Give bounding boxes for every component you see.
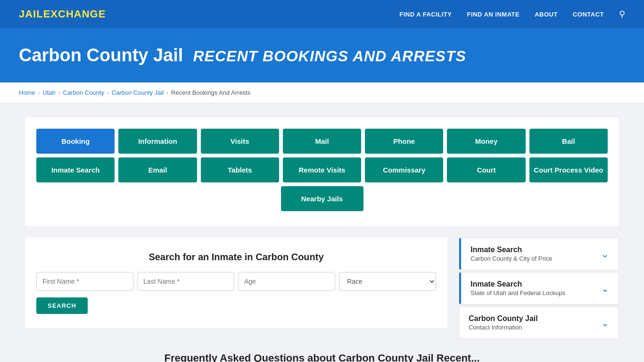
breadcrumb-utah[interactable]: Utah (42, 89, 55, 96)
btn-bail[interactable]: Bail (529, 129, 608, 154)
last-name-input[interactable] (137, 272, 234, 291)
breadcrumb-sep-3: › (107, 90, 109, 96)
race-select[interactable]: Race White Black Hispanic Asian Native A… (339, 272, 436, 291)
hero-section: Carbon County Jail RECENT BOOKINGS AND A… (0, 28, 644, 82)
age-input[interactable] (238, 272, 335, 291)
nav-find-inmate[interactable]: FIND AN INMATE (467, 11, 520, 18)
hero-title-bold: Carbon County Jail (19, 45, 183, 65)
sidebar-item-text-contact: Carbon County Jail Contact Information (469, 314, 538, 331)
first-name-input[interactable] (36, 272, 133, 291)
nav-links: FIND A FACILITY FIND AN INMATE ABOUT CON… (399, 9, 625, 19)
btn-remote-visits[interactable]: Remote Visits (283, 157, 361, 182)
logo-jail: JAIL (19, 8, 43, 20)
breadcrumb-carbon-county[interactable]: Carbon County (63, 89, 104, 96)
nav-about[interactable]: ABOUT (535, 11, 558, 18)
btn-commissary[interactable]: Commissary (365, 157, 443, 182)
btn-money[interactable]: Money (447, 129, 525, 154)
btn-row-1: Booking Information Visits Mail Phone Mo… (36, 129, 608, 154)
nav-find-facility[interactable]: FIND A FACILITY (399, 11, 452, 18)
sidebar-item-header-inmate-utah[interactable]: Inmate Search State of Utah and Federal … (459, 272, 619, 304)
hero-title: Carbon County Jail RECENT BOOKINGS AND A… (19, 45, 625, 66)
content-area: Search for an Inmate in Carbon County Ra… (25, 238, 619, 341)
btn-row-3: Nearby Jails (36, 186, 608, 211)
sidebar-item-subtitle-contact: Contact Information (469, 324, 538, 331)
sidebar-item-title-inmate-utah: Inmate Search (471, 280, 565, 288)
navbar: JAILEXCHANGE FIND A FACILITY FIND AN INM… (0, 0, 644, 28)
breadcrumb: Home › Utah › Carbon County › Carbon Cou… (0, 82, 644, 103)
search-title: Search for an Inmate in Carbon County (36, 252, 436, 263)
btn-email[interactable]: Email (118, 157, 197, 182)
btn-court[interactable]: Court (447, 157, 525, 182)
chevron-down-icon-3: ⌄ (601, 317, 609, 329)
btn-visits[interactable]: Visits (201, 129, 279, 154)
sidebar-item-subtitle-inmate-utah: State of Utah and Federal Lockups (471, 289, 565, 296)
site-logo[interactable]: JAILEXCHANGE (19, 8, 106, 20)
bottom-section: Frequently Asked Questions about Carbon … (25, 352, 619, 362)
sidebar: Inmate Search Carbon County & City of Pr… (459, 238, 619, 341)
btn-tablets[interactable]: Tablets (201, 157, 279, 182)
search-box: Search for an Inmate in Carbon County Ra… (25, 238, 447, 328)
btn-row-2: Inmate Search Email Tablets Remote Visit… (36, 157, 608, 182)
sidebar-item-header-contact[interactable]: Carbon County Jail Contact Information ⌄ (459, 307, 619, 338)
sidebar-item-text-inmate-utah: Inmate Search State of Utah and Federal … (471, 280, 565, 296)
chevron-down-icon-2: ⌄ (601, 283, 609, 294)
sidebar-item-title-contact: Carbon County Jail (469, 314, 538, 323)
btn-booking[interactable]: Booking (36, 129, 115, 154)
sidebar-item-subtitle-inmate-carbon: Carbon County & City of Price (471, 255, 552, 262)
sidebar-item-title-inmate-carbon: Inmate Search (471, 246, 552, 254)
search-button[interactable]: SEARCH (36, 297, 88, 314)
btn-court-process-video[interactable]: Court Process Video (529, 157, 608, 182)
buttons-section: Booking Information Visits Mail Phone Mo… (25, 117, 619, 226)
chevron-down-icon-1: ⌄ (601, 248, 609, 260)
breadcrumb-sep-2: › (58, 90, 60, 96)
sidebar-item-inmate-carbon: Inmate Search Carbon County & City of Pr… (459, 238, 619, 270)
sidebar-item-header-inmate-carbon[interactable]: Inmate Search Carbon County & City of Pr… (459, 238, 619, 270)
sidebar-item-contact: Carbon County Jail Contact Information ⌄ (459, 306, 619, 339)
btn-information[interactable]: Information (118, 129, 197, 154)
hero-title-italic: RECENT BOOKINGS AND ARRESTS (193, 48, 466, 65)
main-wrapper: Booking Information Visits Mail Phone Mo… (16, 103, 628, 362)
breadcrumb-home[interactable]: Home (19, 89, 35, 96)
breadcrumb-sep-4: › (166, 90, 168, 96)
btn-inmate-search[interactable]: Inmate Search (36, 157, 115, 182)
btn-nearby-jails[interactable]: Nearby Jails (281, 186, 363, 211)
breadcrumb-current: Recent Bookings And Arrests (171, 89, 250, 96)
search-form-row-1: Race White Black Hispanic Asian Native A… (36, 272, 436, 291)
breadcrumb-sep-1: › (38, 90, 40, 96)
sidebar-item-text-inmate-carbon: Inmate Search Carbon County & City of Pr… (471, 246, 552, 262)
btn-mail[interactable]: Mail (283, 129, 361, 154)
nav-search-icon[interactable]: ⚲ (619, 9, 625, 19)
logo-exchange: EXCHANGE (43, 8, 106, 20)
bottom-heading: Frequently Asked Questions about Carbon … (25, 352, 619, 362)
btn-phone[interactable]: Phone (365, 129, 443, 154)
breadcrumb-jail[interactable]: Carbon County Jail (112, 89, 164, 96)
sidebar-item-inmate-utah: Inmate Search State of Utah and Federal … (459, 272, 619, 304)
nav-contact[interactable]: CONTACT (573, 11, 604, 18)
